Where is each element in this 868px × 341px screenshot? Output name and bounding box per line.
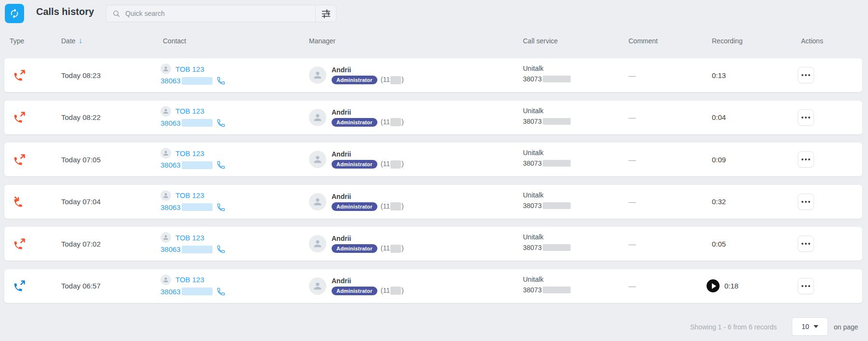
comment-cell: — xyxy=(628,185,636,219)
contact-cell: TOB 123 38063 xyxy=(160,232,226,254)
row-actions-button[interactable] xyxy=(798,67,814,83)
row-actions-button[interactable] xyxy=(798,278,814,294)
contact-name-link[interactable]: TOB 123 xyxy=(175,234,204,242)
manager-name: Andrii xyxy=(332,66,404,74)
table-row[interactable]: Today 08:23 TOB 123 38063 Andrii xyxy=(4,58,862,92)
manager-number-suffix: ) xyxy=(401,244,404,252)
manager-number: (11) xyxy=(381,76,404,84)
contact-number: 38063 xyxy=(160,203,181,211)
call-phone-icon[interactable] xyxy=(216,76,226,85)
more-actions-icon xyxy=(801,201,803,203)
recording-duration: 0:18 xyxy=(724,282,738,290)
recording-duration: 0:04 xyxy=(712,113,726,121)
call-service-cell: Unitalk 38073 xyxy=(523,107,571,125)
call-date: Today 08:22 xyxy=(61,101,101,134)
refresh-icon xyxy=(9,8,20,19)
call-service-name: Unitalk xyxy=(523,275,571,283)
manager-number: (11) xyxy=(381,160,404,169)
service-number: 38073 xyxy=(523,286,542,294)
search-icon xyxy=(112,10,120,18)
column-header-date[interactable]: Date↓ xyxy=(61,36,82,46)
manager-role-badge: Administrator xyxy=(332,244,377,253)
manager-role-badge: Administrator xyxy=(332,202,377,211)
manager-name: Andrii xyxy=(332,277,404,285)
play-recording-button[interactable] xyxy=(707,279,720,292)
manager-avatar-icon xyxy=(309,277,326,295)
redacted-service-number xyxy=(543,160,571,167)
comment-cell: — xyxy=(628,143,636,176)
manager-role-badge: Administrator xyxy=(332,118,377,127)
call-phone-icon[interactable] xyxy=(216,203,226,212)
call-phone-icon[interactable] xyxy=(216,118,226,128)
redacted-contact-number xyxy=(182,288,213,295)
manager-avatar-icon xyxy=(309,66,326,84)
on-page-label: on page xyxy=(834,323,858,331)
contact-avatar-icon xyxy=(160,275,171,285)
contact-cell: TOB 123 38063 xyxy=(160,190,226,212)
row-actions-button[interactable] xyxy=(798,151,814,168)
call-service-cell: Unitalk 38073 xyxy=(523,149,571,167)
redacted-contact-number xyxy=(182,246,213,253)
service-number: 38073 xyxy=(523,202,542,210)
manager-cell: Andrii Administrator (11) xyxy=(309,185,404,219)
manager-role-badge: Administrator xyxy=(332,160,377,169)
outgoing-call-icon xyxy=(13,111,26,124)
recording-duration: 0:13 xyxy=(712,71,726,79)
contact-number: 38063 xyxy=(160,161,181,169)
manager-number: (11) xyxy=(381,244,404,253)
table-row[interactable]: Today 07:04 TOB 123 38063 Andrii xyxy=(4,185,862,219)
redacted-service-number xyxy=(543,76,571,82)
chevron-down-icon xyxy=(814,325,818,328)
redacted-service-number xyxy=(543,287,571,293)
row-actions-button[interactable] xyxy=(798,236,814,252)
service-number: 38073 xyxy=(523,159,542,167)
call-phone-icon[interactable] xyxy=(216,287,226,296)
more-actions-icon xyxy=(801,158,803,160)
filter-icon xyxy=(321,9,331,19)
manager-number-prefix: (11 xyxy=(381,160,390,168)
call-date: Today 07:04 xyxy=(61,185,101,219)
service-number: 38073 xyxy=(523,244,542,251)
column-header-comment: Comment xyxy=(628,36,658,46)
redacted-service-number xyxy=(543,118,571,125)
row-actions-button[interactable] xyxy=(798,109,814,126)
outgoing-call-icon xyxy=(13,237,26,250)
manager-number: (11) xyxy=(381,118,404,127)
contact-name-link[interactable]: TOB 123 xyxy=(175,107,204,115)
contact-cell: TOB 123 38063 xyxy=(160,148,226,170)
manager-number-prefix: (11 xyxy=(381,202,390,210)
contact-cell: TOB 123 38063 xyxy=(160,64,226,85)
search-input[interactable] xyxy=(124,9,315,18)
contact-name-link[interactable]: TOB 123 xyxy=(175,149,204,157)
call-service-name: Unitalk xyxy=(523,107,571,115)
manager-number-prefix: (11 xyxy=(381,118,390,126)
table-row[interactable]: Today 08:22 TOB 123 38063 Andrii xyxy=(4,101,862,134)
column-header-actions: Actions xyxy=(801,36,823,46)
refresh-button[interactable] xyxy=(5,4,24,23)
table-row[interactable]: Today 07:02 TOB 123 38063 Andrii xyxy=(4,227,862,261)
manager-number-suffix: ) xyxy=(401,76,404,83)
call-service-name: Unitalk xyxy=(523,191,571,199)
manager-cell: Andrii Administrator (11) xyxy=(309,269,404,303)
comment-cell: — xyxy=(628,101,636,134)
more-actions-icon xyxy=(801,74,803,76)
redacted-service-number xyxy=(543,202,571,209)
manager-number: (11) xyxy=(381,202,404,211)
contact-name-link[interactable]: TOB 123 xyxy=(175,191,204,199)
row-actions-button[interactable] xyxy=(798,194,814,210)
contact-name-link[interactable]: TOB 123 xyxy=(175,65,204,73)
search-box xyxy=(106,5,336,22)
sort-descending-icon: ↓ xyxy=(79,38,83,44)
column-header-recording: Recording xyxy=(712,36,743,46)
table-row[interactable]: Today 06:57 TOB 123 38063 Andrii xyxy=(4,269,862,303)
contact-name-link[interactable]: TOB 123 xyxy=(175,275,204,284)
call-service-name: Unitalk xyxy=(523,149,571,157)
call-phone-icon[interactable] xyxy=(216,245,226,254)
recording-cell: 0:13 xyxy=(707,58,726,92)
filter-button[interactable] xyxy=(316,5,336,22)
redacted-manager-number xyxy=(390,160,401,169)
page-size-select[interactable]: 10 xyxy=(792,317,828,336)
table-row[interactable]: Today 07:05 TOB 123 38063 Andrii xyxy=(4,143,862,176)
call-phone-icon[interactable] xyxy=(216,160,226,170)
call-date: Today 07:02 xyxy=(61,227,101,261)
